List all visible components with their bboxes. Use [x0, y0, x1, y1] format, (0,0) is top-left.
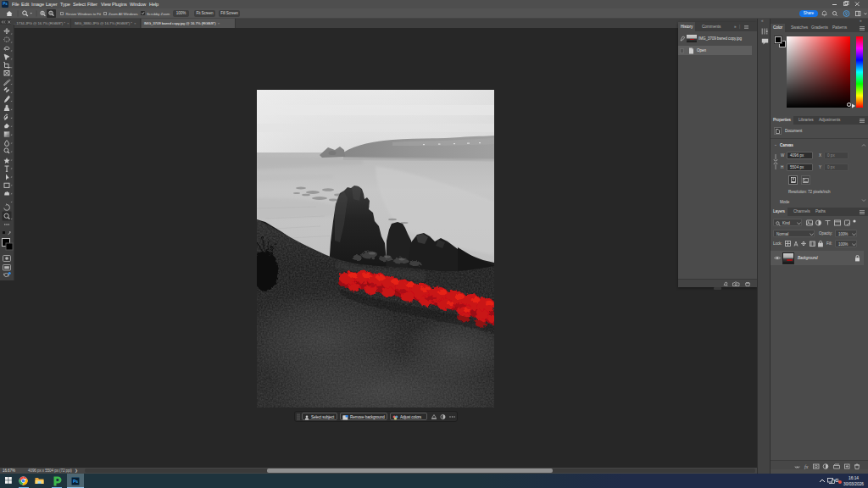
- svg-text:fx: fx: [804, 464, 809, 469]
